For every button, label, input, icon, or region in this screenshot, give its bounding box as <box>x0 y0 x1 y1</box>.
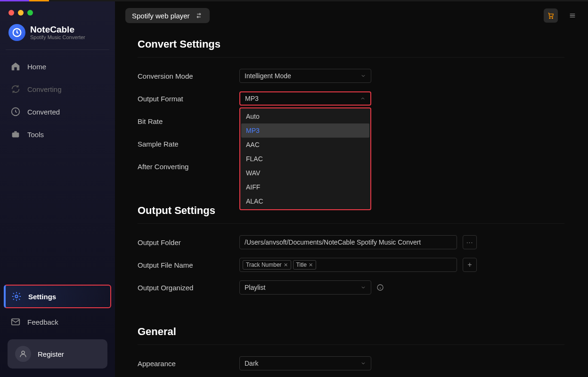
sidebar-item-label: Feedback <box>27 318 58 326</box>
sidebar-item-label: Converting <box>27 85 62 93</box>
gear-icon <box>11 291 22 302</box>
dropdown-option-auto[interactable]: Auto <box>241 109 369 123</box>
chevron-down-icon <box>360 285 366 290</box>
label-after-converting: After Converting <box>138 163 239 171</box>
ellipsis-icon: ··· <box>466 238 474 246</box>
content-topbar: Spotify web player <box>115 1 588 30</box>
toolbox-icon <box>10 129 21 139</box>
field-output-folder[interactable]: /Users/anvsoft/Documents/NoteCable Spoti… <box>239 235 457 249</box>
app-title: NoteCable <box>30 25 85 35</box>
select-output-organized[interactable]: Playlist <box>239 280 371 295</box>
svg-point-4 <box>15 295 18 298</box>
sidebar-item-label: Tools <box>27 131 44 139</box>
browse-button[interactable]: ··· <box>463 235 477 249</box>
sidebar-item-tools[interactable]: Tools <box>4 123 111 145</box>
sidebar-item-home[interactable]: Home <box>4 56 111 77</box>
chevron-up-icon <box>360 96 366 101</box>
register-label: Register <box>38 350 64 358</box>
refresh-icon <box>10 84 21 94</box>
section-title-general: General <box>138 326 564 338</box>
content-area: Spotify web player Convert Settings Conv… <box>115 1 588 377</box>
app-logo-icon <box>8 24 25 41</box>
register-button[interactable]: Register <box>8 339 107 369</box>
sidebar-item-label: Converted <box>27 108 60 116</box>
sidebar-item-settings[interactable]: Settings <box>4 285 111 308</box>
label-bit-rate: Bit Rate <box>138 117 239 125</box>
home-icon <box>10 61 21 72</box>
tag-track-number: Track Number✕ <box>243 260 291 270</box>
svg-rect-2 <box>12 132 19 137</box>
app-brand: NoteCable Spotify Music Converter <box>0 19 115 49</box>
player-toggle-label: Spotify web player <box>132 12 190 20</box>
label-output-organized: Output Organized <box>138 284 239 292</box>
label-conversion-mode: Conversion Mode <box>138 72 239 80</box>
app-subtitle: Spotify Music Converter <box>30 34 85 40</box>
player-toggle[interactable]: Spotify web player <box>125 8 210 23</box>
section-title-convert: Convert Settings <box>138 38 564 50</box>
label-output-file-name: Output File Name <box>138 261 239 269</box>
svg-point-7 <box>549 17 550 18</box>
dropdown-option-mp3[interactable]: MP3 <box>241 123 369 138</box>
maximize-icon[interactable] <box>27 10 33 16</box>
sidebar-item-label: Settings <box>28 293 56 301</box>
mail-icon <box>10 317 21 327</box>
swap-icon <box>195 11 203 20</box>
label-output-format: Output Format <box>138 95 239 103</box>
dropdown-option-aiff[interactable]: AIFF <box>241 180 369 194</box>
menu-button[interactable] <box>567 10 578 21</box>
window-controls <box>0 4 115 19</box>
dropdown-option-alac[interactable]: ALAC <box>241 194 369 208</box>
sidebar: NoteCable Spotify Music Converter Home C… <box>0 1 115 377</box>
tag-remove-icon[interactable]: ✕ <box>309 262 313 268</box>
svg-rect-3 <box>14 131 17 133</box>
label-sample-rate: Sample Rate <box>138 140 239 148</box>
hamburger-icon <box>569 12 576 19</box>
cart-icon <box>547 12 555 19</box>
select-conversion-mode[interactable]: Intelligent Mode <box>239 69 371 83</box>
sidebar-item-converting[interactable]: Converting <box>4 78 111 100</box>
dropdown-option-flac[interactable]: FLAC <box>241 152 369 166</box>
tag-title: Title✕ <box>293 260 316 270</box>
info-icon[interactable] <box>376 283 384 292</box>
clock-icon <box>10 107 21 117</box>
label-appearance: Appearance <box>138 360 239 368</box>
sidebar-item-feedback[interactable]: Feedback <box>4 311 111 333</box>
svg-point-8 <box>552 17 553 18</box>
dropdown-option-aac[interactable]: AAC <box>241 138 369 152</box>
dropdown-output-format: Auto MP3 AAC FLAC WAV AIFF ALAC <box>239 107 371 210</box>
label-output-folder: Output Folder <box>138 238 239 246</box>
tag-remove-icon[interactable]: ✕ <box>284 262 288 268</box>
chevron-down-icon <box>360 361 366 366</box>
minimize-icon[interactable] <box>18 10 24 16</box>
close-icon[interactable] <box>8 10 14 16</box>
cart-button[interactable] <box>544 8 558 23</box>
plus-icon: + <box>467 261 472 269</box>
user-icon <box>15 346 31 362</box>
chevron-down-icon <box>360 73 366 79</box>
svg-point-6 <box>22 351 24 354</box>
sidebar-item-label: Home <box>27 63 46 71</box>
select-appearance[interactable]: Dark <box>239 356 371 370</box>
dropdown-option-wav[interactable]: WAV <box>241 166 369 180</box>
sidebar-item-converted[interactable]: Converted <box>4 101 111 123</box>
add-tag-button[interactable]: + <box>463 258 477 272</box>
select-output-format[interactable]: MP3 <box>239 91 371 106</box>
field-output-file-name[interactable]: Track Number✕ Title✕ <box>239 258 457 272</box>
